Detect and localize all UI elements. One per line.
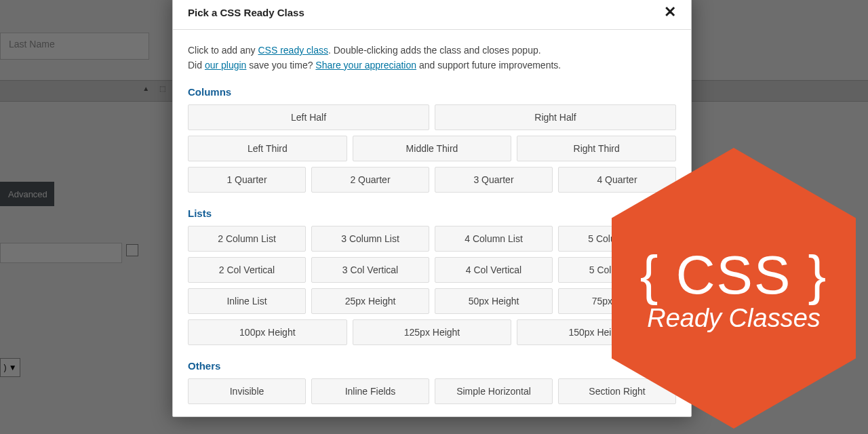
inline-fields-button[interactable]: Inline Fields: [311, 378, 429, 404]
modal-title: Pick a CSS Ready Class: [188, 7, 304, 18]
hundred-px-height-button[interactable]: 100px Height: [188, 319, 347, 345]
two-col-vertical-button[interactable]: 2 Col Vertical: [188, 257, 306, 283]
fifty-px-height-button[interactable]: 50px Height: [435, 288, 553, 314]
four-quarter-button[interactable]: 4 Quarter: [558, 167, 676, 193]
three-col-vertical-button[interactable]: 3 Col Vertical: [311, 257, 429, 283]
badge-title: { CSS }: [640, 244, 827, 307]
one-quarter-button[interactable]: 1 Quarter: [188, 167, 306, 193]
four-col-vertical-button[interactable]: 4 Col Vertical: [435, 257, 553, 283]
invisible-button[interactable]: Invisible: [188, 378, 306, 404]
125px-height-button[interactable]: 125px Height: [353, 319, 512, 345]
right-third-button[interactable]: Right Third: [517, 136, 676, 161]
modal-intro: Click to add any CSS ready class. Double…: [188, 43, 676, 73]
close-icon[interactable]: ✕: [664, 5, 676, 20]
twentyfive-px-height-button[interactable]: 25px Height: [311, 288, 429, 314]
middle-third-button[interactable]: Middle Third: [353, 136, 512, 161]
others-section-title: Others: [188, 360, 676, 372]
lists-section-title: Lists: [188, 208, 676, 219]
badge-subtitle: Ready Classes: [647, 304, 821, 333]
inline-list-button[interactable]: Inline List: [188, 288, 306, 314]
share-appreciation-link[interactable]: Share your appreciation: [315, 60, 416, 71]
columns-section-title: Columns: [188, 86, 676, 98]
two-column-list-button[interactable]: 2 Column List: [188, 226, 306, 252]
css-ready-class-link[interactable]: CSS ready class: [258, 45, 328, 56]
left-half-button[interactable]: Left Half: [188, 104, 429, 130]
left-third-button[interactable]: Left Third: [188, 136, 347, 161]
three-quarter-button[interactable]: 3 Quarter: [435, 167, 553, 193]
three-column-list-button[interactable]: 3 Column List: [311, 226, 429, 252]
simple-horizontal-button[interactable]: Simple Horizontal: [435, 378, 553, 404]
our-plugin-link[interactable]: our plugin: [205, 60, 247, 71]
two-quarter-button[interactable]: 2 Quarter: [311, 167, 429, 193]
four-column-list-button[interactable]: 4 Column List: [435, 226, 553, 252]
right-half-button[interactable]: Right Half: [435, 104, 676, 130]
